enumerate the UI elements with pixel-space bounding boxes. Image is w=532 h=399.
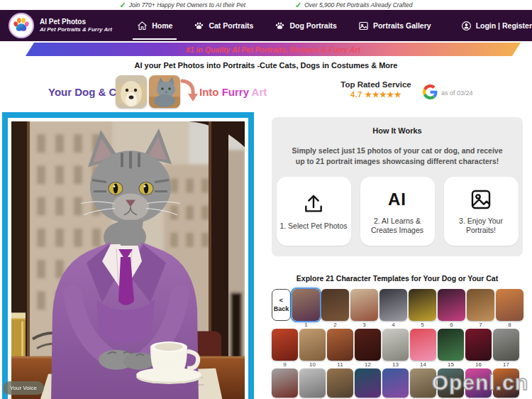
rating-block: Top Rated Service 4.7 ★★★★★ xyxy=(333,80,419,99)
page-root: ✓ Join 770+ Happy Pet Owners to AI their… xyxy=(0,0,532,399)
portrait-image xyxy=(8,118,248,399)
announcement-bar: ✓ Join 770+ Happy Pet Owners to AI their… xyxy=(0,0,532,10)
your-voice-button[interactable]: Your Voice xyxy=(3,381,44,395)
cat-photo xyxy=(149,75,180,108)
template-thumb-image[interactable] xyxy=(355,368,381,398)
template-thumb-image[interactable] xyxy=(409,289,436,321)
template-thumb-image[interactable] xyxy=(327,368,353,398)
template-thumb-20[interactable]: 20 xyxy=(327,368,353,399)
announcement-text: Join 770+ Happy Pet Owners to AI their P… xyxy=(129,1,245,9)
template-thumb-6[interactable]: 6 xyxy=(438,289,465,328)
brand-text: AI Pet Photos AI Pet Portraits & Furry A… xyxy=(40,18,112,34)
template-thumb-16[interactable]: 16 xyxy=(465,329,492,368)
template-thumb-image[interactable] xyxy=(410,329,436,361)
template-thumb-22[interactable]: 22 xyxy=(382,368,409,399)
nav-item-dog-portraits[interactable]: Dog Portraits xyxy=(275,18,337,34)
template-thumb-image[interactable] xyxy=(467,289,494,321)
right-column: How It Works Simply select just 15 photo… xyxy=(272,117,523,399)
template-thumb-number: 6 xyxy=(450,322,453,328)
paw-icon xyxy=(194,21,204,31)
nav-item-login-register[interactable]: Login | Register xyxy=(461,18,532,34)
template-thumb-14[interactable]: 14 xyxy=(410,329,436,368)
step-label: 1. Select Pet Photos xyxy=(277,222,350,231)
watermark: Openl.cn xyxy=(432,371,528,395)
steps-row: 1. Select Pet Photos AI 2. AI Learns & C… xyxy=(272,177,523,246)
template-thumb-image[interactable] xyxy=(438,329,464,361)
template-thumb-number: 15 xyxy=(448,361,454,368)
template-thumb-number: 14 xyxy=(420,361,426,368)
template-thumb-image[interactable] xyxy=(355,329,381,361)
template-thumb-17[interactable]: 17 xyxy=(493,329,519,368)
template-thumb-21[interactable]: 21 xyxy=(355,368,381,399)
template-thumb-image[interactable] xyxy=(327,329,353,361)
template-thumb-2[interactable]: 2 xyxy=(321,289,349,328)
dog-photo xyxy=(116,75,147,108)
template-thumb-number: 4 xyxy=(392,322,394,328)
template-thumb-8[interactable]: 8 xyxy=(496,289,523,328)
template-thumb-image[interactable] xyxy=(382,329,409,361)
template-thumb-number: 8 xyxy=(508,322,511,328)
nav-items: HomeCat PortraitsDog PortraitsPortraits … xyxy=(137,18,532,34)
portrait-viewer[interactable] xyxy=(2,112,254,399)
rating-title: Top Rated Service xyxy=(333,80,419,89)
home-icon xyxy=(137,21,148,31)
brand-logo[interactable]: AI Pet Photos AI Pet Portraits & Furry A… xyxy=(9,13,121,38)
step-label: 2. AI Learns & Creates Images xyxy=(360,217,435,235)
template-thumb-4[interactable]: 4 xyxy=(379,289,407,328)
nav-item-cat-portraits[interactable]: Cat Portraits xyxy=(194,18,253,34)
template-thumb-9[interactable]: 9 xyxy=(272,329,298,368)
template-thumb-5[interactable]: 5 xyxy=(409,289,436,328)
announcement-text: Over 5,900 Pet Portraits Already Crafted xyxy=(304,1,412,9)
template-thumb-image[interactable] xyxy=(350,289,378,321)
template-thumb-image[interactable] xyxy=(272,329,298,361)
template-thumb-image[interactable] xyxy=(438,289,465,321)
how-it-works-title: How It Works xyxy=(272,126,523,135)
template-thumb-image[interactable] xyxy=(299,329,326,361)
main-nav: AI Pet Photos AI Pet Portraits & Furry A… xyxy=(0,10,532,41)
template-thumb-number: 5 xyxy=(421,322,423,328)
check-icon: ✓ xyxy=(119,1,126,9)
template-thumb-15[interactable]: 15 xyxy=(438,329,464,368)
template-thumb-number: 9 xyxy=(283,361,286,368)
hero-left-label: Your Dog & Cat xyxy=(48,86,126,98)
template-thumb-number: 11 xyxy=(337,361,343,368)
template-thumb-3[interactable]: 3 xyxy=(350,289,378,328)
back-button[interactable]: < Back xyxy=(272,289,291,321)
template-thumb-7[interactable]: 7 xyxy=(467,289,494,328)
template-thumb-11[interactable]: 11 xyxy=(327,329,353,368)
nav-item-home[interactable]: Home xyxy=(137,18,172,34)
nav-item-label: Home xyxy=(152,21,172,30)
template-thumb-number: 1 xyxy=(304,322,307,328)
gallery-icon xyxy=(358,21,369,31)
template-thumb-image[interactable] xyxy=(465,329,492,361)
step-card-ai-learns: AI 2. AI Learns & Creates Images xyxy=(360,177,435,246)
template-thumb-image[interactable] xyxy=(493,329,519,361)
template-thumb-image[interactable] xyxy=(382,368,409,398)
template-thumb-image[interactable] xyxy=(496,289,523,321)
template-thumb-image[interactable] xyxy=(321,289,349,321)
template-thumb-number: 13 xyxy=(392,361,399,368)
rating-stars: 4.7 ★★★★★ xyxy=(333,90,419,99)
template-thumb-12[interactable]: 12 xyxy=(355,329,381,368)
brand-subtitle: AI Pet Portraits & Furry Art xyxy=(40,26,112,33)
transform-arrow-icon xyxy=(180,78,199,102)
template-thumb-image[interactable] xyxy=(272,368,298,398)
template-thumb-image[interactable] xyxy=(292,289,320,321)
nav-item-portraits-gallery[interactable]: Portraits Gallery xyxy=(358,18,431,34)
ai-icon: AI xyxy=(388,187,406,212)
template-thumb-19[interactable]: 19 xyxy=(299,368,326,399)
hero-word-art: Art xyxy=(252,86,267,98)
hero-word-furry: Furry xyxy=(222,86,252,98)
template-thumb-1[interactable]: 1 xyxy=(292,289,320,328)
template-thumb-image[interactable] xyxy=(379,289,407,321)
promo-banner: #1 in Quality AI Pet Portraits, Pictures… xyxy=(26,43,521,56)
nav-item-label: Login | Register xyxy=(476,21,532,30)
rating-asof: as of 03/24 xyxy=(441,89,473,97)
template-thumb-13[interactable]: 13 xyxy=(382,329,409,368)
template-thumb-image[interactable] xyxy=(299,368,326,398)
template-thumb-18[interactable]: 18 xyxy=(272,368,298,399)
announcement-item: ✓ Over 5,900 Pet Portraits Already Craft… xyxy=(295,1,413,9)
paw-logo-icon xyxy=(9,13,34,38)
paw-icon xyxy=(275,21,285,31)
template-thumb-10[interactable]: 10 xyxy=(299,329,326,368)
